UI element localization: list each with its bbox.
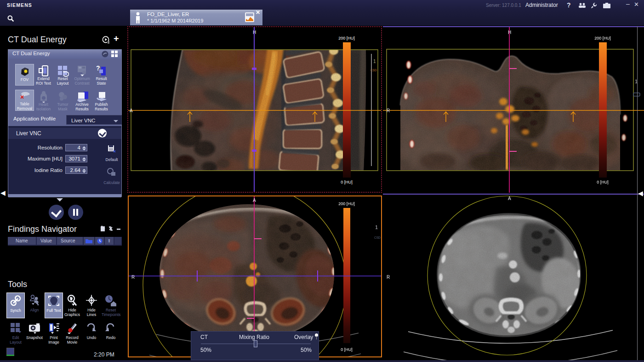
- svg-text:1: 1: [375, 224, 378, 230]
- svg-text:0 [HU]: 0 [HU]: [597, 180, 609, 184]
- svg-text:0 [HU]: 0 [HU]: [341, 347, 353, 352]
- svg-text:A: A: [253, 198, 256, 203]
- svg-text:H: H: [508, 30, 511, 35]
- svg-text:200 [HU]: 200 [HU]: [594, 36, 611, 40]
- svg-text:0 [HU]: 0 [HU]: [341, 180, 353, 184]
- svg-text:A: A: [130, 108, 133, 113]
- svg-text:200 [HU]: 200 [HU]: [338, 36, 355, 40]
- svg-text:H: H: [253, 30, 256, 35]
- svg-text:R: R: [387, 275, 390, 280]
- svg-text:R: R: [387, 108, 390, 113]
- svg-text:R: R: [131, 275, 135, 280]
- svg-text:CSD: CSD: [370, 69, 377, 72]
- svg-text:200 [HU]: 200 [HU]: [338, 201, 355, 206]
- svg-text:CSD: CSD: [374, 236, 381, 239]
- svg-text:1: 1: [373, 59, 376, 64]
- svg-text:A: A: [508, 196, 511, 201]
